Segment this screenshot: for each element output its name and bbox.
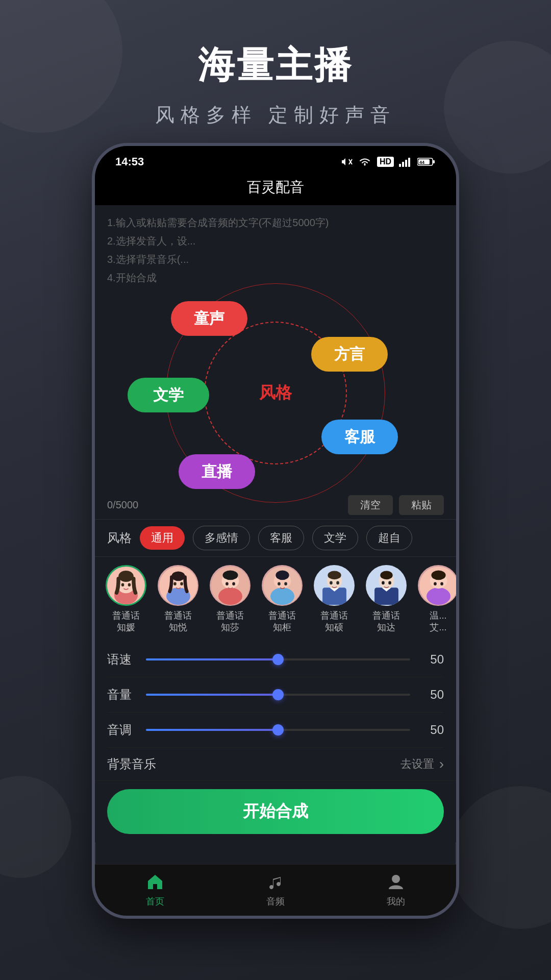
pitch-slider-row: 音调 50 (107, 713, 444, 748)
svg-point-45 (380, 571, 392, 579)
tag-literature[interactable]: 文学 (128, 378, 209, 412)
chevron-right-icon: › (439, 756, 444, 772)
svg-text:44: 44 (419, 160, 424, 165)
pitch-value: 50 (418, 723, 444, 737)
speed-track[interactable] (146, 658, 410, 660)
svg-point-27 (222, 570, 238, 580)
svg-point-55 (392, 875, 400, 883)
voice-avatar-6 (367, 567, 406, 605)
svg-point-53 (440, 582, 443, 585)
wheel-center-label: 风格 (259, 382, 292, 404)
svg-rect-2 (399, 164, 401, 167)
voice-avatar-7 (419, 567, 457, 605)
hd-badge: HD (377, 157, 394, 167)
bg-music-label: 背景音乐 (107, 756, 156, 772)
voice-avatar-4 (263, 567, 302, 605)
tag-child-voice[interactable]: 童声 (171, 301, 247, 336)
svg-point-51 (431, 570, 445, 580)
tag-live[interactable]: 直播 (179, 454, 255, 489)
voice-item-3[interactable]: 普通话知莎 (207, 565, 253, 634)
speed-value: 50 (418, 652, 444, 667)
filter-emotional[interactable]: 多感情 (193, 526, 250, 550)
music-icon (264, 871, 287, 893)
instruction-line-1: 1.输入或粘贴需要合成音频的文字(不超过5000字) (107, 213, 444, 232)
svg-point-35 (284, 582, 287, 585)
sliders-section: 语速 50 音量 50 (95, 642, 456, 748)
home-icon (144, 871, 166, 893)
style-filter-row: 风格 通用 多感情 客服 文学 超自 (95, 519, 456, 557)
instructions-area[interactable]: 1.输入或粘贴需要合成音频的文字(不超过5000字) 2.选择发音人，设... … (95, 205, 456, 291)
nav-music-label: 音频 (266, 895, 285, 908)
svg-point-15 (121, 583, 124, 586)
svg-point-41 (336, 581, 339, 584)
start-synthesis-button[interactable]: 开始合成 (107, 789, 444, 834)
voice-name-7: 温...艾... (430, 610, 446, 634)
voice-name-5: 普通话知硕 (320, 610, 348, 634)
nav-music[interactable]: 音频 (264, 871, 287, 908)
svg-point-14 (118, 570, 134, 581)
voice-item-1[interactable]: 普通话知媛 (103, 565, 149, 634)
svg-point-47 (388, 581, 391, 584)
voice-name-6: 普通话知达 (372, 610, 400, 634)
status-time: 14:53 (115, 155, 144, 168)
filter-general[interactable]: 通用 (140, 526, 185, 550)
bg-music-row[interactable]: 背景音乐 去设置 › (95, 748, 456, 781)
svg-point-52 (434, 582, 437, 585)
svg-rect-7 (433, 160, 435, 163)
filter-customer-svc[interactable]: 客服 (258, 526, 304, 550)
svg-point-22 (173, 582, 177, 585)
nav-home-label: 首页 (146, 895, 164, 908)
voice-item-4[interactable]: 普通话知柜 (259, 565, 305, 634)
filter-row-label: 风格 (107, 530, 132, 546)
char-counter: 0/5000 (107, 499, 138, 511)
paste-button[interactable]: 粘贴 (399, 495, 444, 515)
voice-item-7[interactable]: 温...艾... (415, 565, 456, 634)
voice-avatar-5 (315, 567, 354, 605)
nav-profile[interactable]: 我的 (385, 871, 407, 908)
volume-label: 音量 (107, 687, 138, 703)
pitch-track[interactable] (146, 729, 410, 731)
wifi-icon (358, 157, 372, 167)
voice-avatar-3 (211, 567, 249, 605)
page-sub-title: 风格多样 定制好声音 (0, 102, 551, 128)
voices-row: 普通话知媛 (95, 557, 456, 642)
volume-value: 50 (418, 688, 444, 702)
svg-rect-3 (402, 162, 404, 167)
page-main-title: 海量主播 (0, 41, 551, 90)
svg-point-46 (382, 581, 385, 584)
volume-track[interactable] (146, 694, 410, 696)
volume-slider-row: 音量 50 (107, 677, 444, 713)
phone-mockup: 14:53 HD (92, 143, 459, 939)
tag-dialect[interactable]: 方言 (311, 337, 388, 372)
bottom-nav: 首页 音频 我的 (95, 864, 456, 916)
voice-name-2: 普通话知悦 (164, 610, 192, 634)
voice-item-2[interactable]: 普通话知悦 (155, 565, 201, 634)
svg-rect-5 (408, 158, 410, 167)
mute-icon (340, 157, 353, 167)
svg-point-28 (226, 582, 229, 585)
app-title: 百灵配音 (247, 179, 304, 195)
voice-name-3: 普通话知莎 (216, 610, 244, 634)
nav-home[interactable]: 首页 (144, 871, 166, 908)
svg-point-39 (328, 571, 341, 579)
filter-super[interactable]: 超自 (366, 526, 412, 550)
pitch-label: 音调 (107, 722, 138, 738)
svg-point-16 (128, 583, 131, 586)
voice-name-4: 普通话知柜 (268, 610, 296, 634)
speed-slider-row: 语速 50 (107, 642, 444, 677)
app-header: 百灵配音 (95, 173, 456, 205)
bg-music-settings-text: 去设置 (400, 756, 434, 772)
tag-customer-service[interactable]: 客服 (321, 420, 398, 454)
svg-point-21 (171, 571, 185, 581)
clear-button[interactable]: 清空 (348, 495, 393, 515)
svg-rect-31 (270, 587, 294, 605)
svg-point-29 (232, 582, 235, 585)
speed-label: 语速 (107, 651, 138, 668)
voice-item-6[interactable]: 普通话知达 (363, 565, 409, 634)
bg-music-right: 去设置 › (400, 756, 444, 772)
voice-name-1: 普通话知媛 (112, 610, 140, 634)
filter-literary[interactable]: 文学 (312, 526, 358, 550)
voice-item-5[interactable]: 普通话知硕 (311, 565, 357, 634)
svg-point-40 (330, 581, 333, 584)
svg-point-23 (180, 582, 183, 585)
